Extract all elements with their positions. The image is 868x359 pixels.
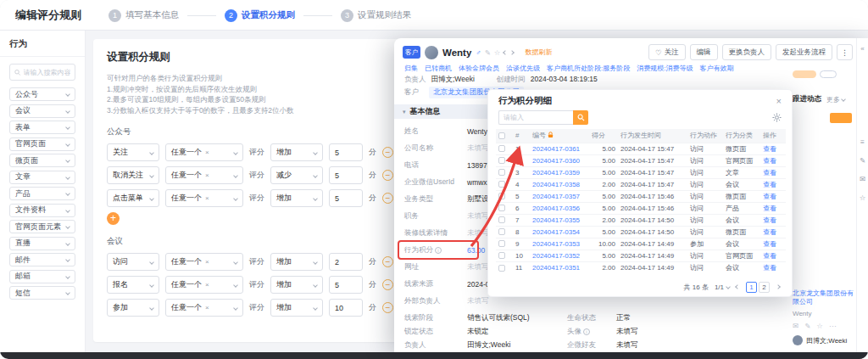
- remove-tag-icon[interactable]: ×: [205, 304, 209, 311]
- customer-tag[interactable]: 客户商机所处阶段:服务阶段: [547, 64, 630, 73]
- score-input[interactable]: [329, 166, 363, 184]
- action-select[interactable]: 报名: [107, 276, 159, 294]
- record-link[interactable]: 20240417-0358: [532, 181, 580, 188]
- table-row[interactable]: 1020240417-03525.002024-04-17 14:49访问官网页…: [496, 250, 786, 261]
- sidebar-item-文章[interactable]: 文章: [9, 171, 75, 184]
- page-size-select[interactable]: 1/1: [715, 283, 730, 291]
- mail-icon[interactable]: ✉: [793, 322, 798, 330]
- table-row[interactable]: 820240417-03545.002024-04-17 14:50访问微页面查…: [496, 226, 786, 238]
- score-input[interactable]: [329, 276, 363, 294]
- step-3[interactable]: 3设置规则结果: [341, 9, 411, 22]
- view-link[interactable]: 查看: [763, 216, 776, 224]
- score-input[interactable]: [329, 143, 363, 161]
- view-link[interactable]: 查看: [763, 264, 776, 272]
- table-row[interactable]: 920240417-035310.002024-04-17 14:49参加会议查…: [496, 238, 786, 250]
- edit-icon[interactable]: ✎: [804, 322, 810, 330]
- sidebar-search[interactable]: [9, 64, 75, 81]
- edit-icon[interactable]: ✎: [485, 48, 491, 57]
- record-link[interactable]: 20240417-0356: [532, 205, 580, 212]
- table-row[interactable]: 620240417-03565.002024-04-17 15:46访问产品查看: [496, 202, 786, 214]
- scope-select[interactable]: 任意一个×: [165, 276, 243, 294]
- action-select[interactable]: 关注: [107, 143, 159, 161]
- star-icon[interactable]: ☆: [816, 322, 823, 330]
- remove-tag-icon[interactable]: ×: [205, 149, 209, 156]
- table-row[interactable]: 220240417-03605.002024-04-17 15:47访问官网页面…: [496, 154, 786, 166]
- more-icon[interactable]: ⋯: [829, 322, 837, 330]
- collapse-icon[interactable]: «: [857, 45, 868, 53]
- table-row[interactable]: 420240417-03582.002024-04-17 15:47访问会议查看: [496, 178, 786, 190]
- modal-search-input[interactable]: [498, 110, 573, 125]
- view-link[interactable]: 查看: [763, 240, 776, 248]
- scope-select[interactable]: 任意一个×: [165, 166, 243, 184]
- row-checkbox[interactable]: [498, 157, 505, 164]
- action-select[interactable]: 取消关注: [107, 166, 159, 184]
- sidebar-item-文件资料[interactable]: 文件资料: [9, 204, 75, 217]
- remove-rule-icon[interactable]: −: [382, 302, 393, 313]
- table-row[interactable]: 720240417-03552.002024-04-17 14:50访问会议查看: [496, 214, 786, 226]
- chevron-left-icon[interactable]: [504, 50, 509, 55]
- operation-select[interactable]: 增加: [270, 189, 323, 207]
- table-row[interactable]: 1120240417-03512.002024-04-17 14:49访问会议查…: [496, 261, 786, 273]
- record-link[interactable]: 20240417-0361: [532, 145, 580, 153]
- record-link[interactable]: 20240417-0359: [532, 169, 580, 177]
- step-1[interactable]: 1填写基本信息: [108, 9, 179, 22]
- table-row[interactable]: 120240417-03615.002024-04-17 15:47访问微页面查…: [496, 143, 786, 154]
- row-checkbox[interactable]: [498, 240, 505, 247]
- remove-rule-icon[interactable]: −: [382, 279, 393, 290]
- edit-icon[interactable]: ✎: [857, 156, 868, 165]
- sidebar-item-邮件[interactable]: 邮件: [9, 253, 75, 266]
- next-page-icon[interactable]: [776, 284, 781, 289]
- operation-select[interactable]: 增加: [270, 253, 323, 271]
- remove-tag-icon[interactable]: ×: [205, 194, 209, 202]
- remove-tag-icon[interactable]: ×: [205, 171, 209, 179]
- row-checkbox[interactable]: [498, 252, 505, 259]
- star-icon[interactable]: ☆: [857, 194, 868, 202]
- select-all-checkbox[interactable]: [498, 132, 505, 139]
- customer-tag[interactable]: 归集: [404, 64, 418, 73]
- operation-select[interactable]: 增加: [270, 276, 323, 294]
- sidebar-item-公众号[interactable]: 公众号: [9, 87, 75, 101]
- remove-tag-icon[interactable]: ×: [205, 281, 209, 289]
- modal-search-button[interactable]: [573, 110, 588, 125]
- more-actions-button[interactable]: ⋮: [837, 44, 853, 60]
- record-link[interactable]: 20240417-0360: [532, 157, 580, 165]
- sidebar-item-官网页面[interactable]: 官网页面: [9, 137, 75, 151]
- remove-rule-icon[interactable]: −: [382, 147, 393, 158]
- view-link[interactable]: 查看: [763, 193, 776, 200]
- operation-select[interactable]: 增加: [270, 143, 323, 161]
- row-checkbox[interactable]: [498, 265, 505, 272]
- view-link[interactable]: 查看: [763, 252, 776, 260]
- scope-select[interactable]: 任意一个×: [165, 253, 243, 271]
- remove-rule-icon[interactable]: −: [382, 170, 393, 181]
- page-button-2[interactable]: 2: [759, 282, 770, 293]
- sidebar-item-直播[interactable]: 直播: [9, 237, 75, 250]
- sidebar-item-微页面[interactable]: 微页面: [9, 154, 75, 167]
- page-button-1[interactable]: 1: [746, 282, 757, 293]
- record-link[interactable]: 20240417-0353: [532, 240, 580, 248]
- record-link[interactable]: 20240417-0355: [532, 216, 580, 224]
- record-link[interactable]: 20240417-0354: [532, 228, 580, 236]
- sidebar-item-短信[interactable]: 短信: [9, 286, 75, 300]
- operation-select[interactable]: 减少: [270, 166, 323, 184]
- row-checkbox[interactable]: [498, 145, 505, 152]
- list-icon[interactable]: ≡: [857, 137, 868, 146]
- prev-page-icon[interactable]: [735, 284, 740, 289]
- sidebar-item-产品[interactable]: 产品: [9, 187, 75, 200]
- action-select[interactable]: 点击菜单: [107, 189, 159, 207]
- chevron-right-icon[interactable]: [510, 50, 515, 55]
- table-row[interactable]: 520240417-03575.002024-04-17 15:46访问微页面查…: [496, 190, 786, 202]
- male-icon[interactable]: ♂: [476, 48, 481, 57]
- table-row[interactable]: 320240417-03595.002024-04-17 15:47访问文章查看: [496, 166, 786, 178]
- customer-tag[interactable]: 体验金牌会员: [459, 64, 499, 73]
- action-button-1[interactable]: ♡关注: [648, 44, 686, 60]
- action-button-2[interactable]: 编辑: [690, 44, 718, 60]
- row-checkbox[interactable]: [498, 181, 505, 188]
- customer-tag[interactable]: 已转商机: [425, 64, 452, 73]
- related-company-link[interactable]: 北京龙文集团股份有限公司: [793, 289, 855, 306]
- sidebar-item-邮箱[interactable]: 邮箱: [9, 270, 75, 283]
- score-input[interactable]: [329, 299, 363, 317]
- view-link[interactable]: 查看: [763, 145, 776, 153]
- view-link[interactable]: 查看: [763, 205, 776, 212]
- record-link[interactable]: 20240417-0357: [532, 193, 580, 200]
- sidebar-item-表单[interactable]: 表单: [9, 121, 75, 134]
